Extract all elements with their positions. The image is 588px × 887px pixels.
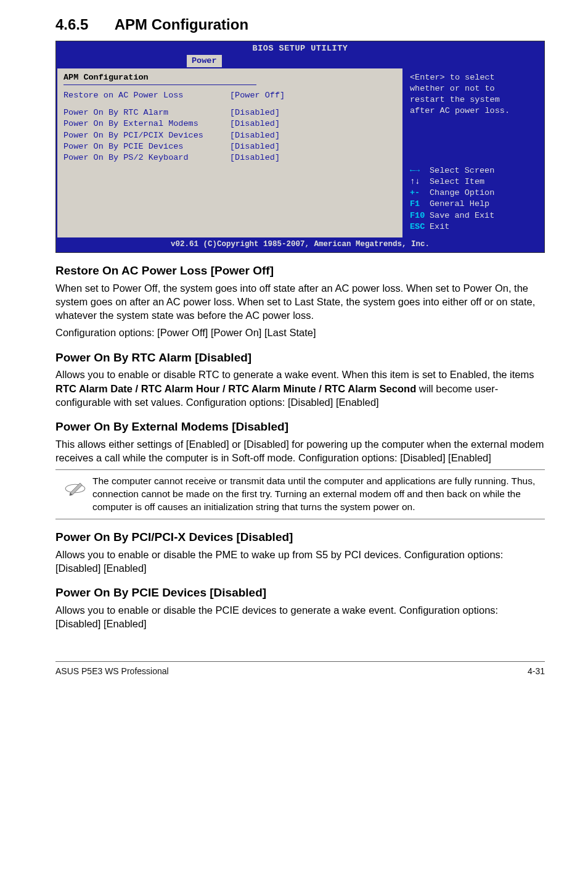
- bios-main-panel: APM Configuration Restore on AC Power Lo…: [57, 68, 402, 237]
- bios-nav-text: Exit: [430, 222, 449, 231]
- bios-row-label: Power On By PCI/PCIX Devices: [63, 130, 230, 141]
- bios-help-line: after AC power loss.: [410, 105, 538, 117]
- bios-help-line: restart the system: [410, 94, 538, 105]
- bios-row-value: [Disabled]: [230, 107, 396, 118]
- subheading-rtc: Power On By RTC Alarm [Disabled]: [55, 350, 545, 366]
- body-text-bold: RTC Alarm Date / RTC Alarm Hour / RTC Al…: [55, 383, 416, 394]
- bios-help-line: whether or not to: [410, 83, 538, 94]
- bios-row-value: [Disabled]: [230, 118, 396, 130]
- bios-copyright: v02.61 (C)Copyright 1985-2007, American …: [56, 239, 544, 252]
- f1-key-icon: F1: [410, 199, 430, 210]
- bios-nav-text: Save and Exit: [430, 211, 494, 220]
- arrow-ud-icon: ↑↓: [410, 176, 430, 188]
- bios-panel-heading: APM Configuration: [63, 72, 396, 83]
- section-heading: 4.6.5 APM Configuration: [55, 15, 545, 35]
- bios-row-value: [Power Off]: [230, 90, 396, 101]
- bios-row: Power On By External Modems [Disabled]: [63, 118, 396, 130]
- bios-row-value: [Disabled]: [230, 152, 396, 163]
- subheading-modem: Power On By External Modems [Disabled]: [55, 419, 545, 435]
- bios-row: Power On By PCI/PCIX Devices [Disabled]: [63, 130, 396, 141]
- subheading-restore: Restore On AC Power Loss [Power Off]: [55, 263, 545, 279]
- bios-nav-text: Select Screen: [430, 166, 494, 175]
- bios-help-line: <Enter> to select: [410, 72, 538, 83]
- body-text: Allows you to enable or disable RTC to g…: [55, 368, 545, 409]
- note-box: The computer cannot receive or transmit …: [55, 469, 545, 519]
- body-text: Allows you to enable or disable the PCIE…: [55, 603, 545, 631]
- f10-key-icon: F10: [410, 210, 430, 221]
- bios-row-label: Restore on AC Power Loss: [63, 90, 230, 101]
- bios-row: Restore on AC Power Loss [Power Off]: [63, 90, 396, 101]
- bios-help-panel: <Enter> to select whether or not to rest…: [404, 68, 544, 239]
- note-text: The computer cannot receive or transmit …: [92, 475, 542, 514]
- body-text: This allows either settings of [Enabled]…: [55, 437, 545, 465]
- bios-tab-power: Power: [187, 55, 222, 67]
- arrow-lr-icon: ←→: [410, 165, 430, 176]
- body-text: Allows you to enable or disable the PME …: [55, 548, 545, 576]
- bios-nav-text: Change Option: [430, 188, 494, 197]
- body-text: Configuration options: [Power Off] [Powe…: [55, 326, 545, 339]
- subheading-pcie: Power On By PCIE Devices [Disabled]: [55, 585, 545, 601]
- bios-row-label: Power On By RTC Alarm: [63, 107, 230, 118]
- footer-product: ASUS P5E3 WS Professional: [55, 666, 169, 677]
- bios-row-label: Power On By PS/2 Keyboard: [63, 152, 230, 163]
- page-footer: ASUS P5E3 WS Professional 4-31: [55, 661, 545, 677]
- bios-title: BIOS SETUP UTILITY: [253, 44, 348, 53]
- section-title: APM Configuration: [115, 16, 248, 33]
- section-number: 4.6.5: [55, 15, 111, 35]
- bios-row-value: [Disabled]: [230, 141, 396, 152]
- bios-nav-legend: ←→Select Screen ↑↓Select Item +-Change O…: [410, 165, 538, 233]
- body-text: When set to Power Off, the system goes i…: [55, 281, 545, 323]
- bios-row-value: [Disabled]: [230, 130, 396, 141]
- bios-row: Power On By PCIE Devices [Disabled]: [63, 141, 396, 152]
- subheading-pci: Power On By PCI/PCI-X Devices [Disabled]: [55, 529, 545, 545]
- body-text-span: Allows you to enable or disable RTC to g…: [55, 369, 534, 380]
- bios-row: Power On By PS/2 Keyboard [Disabled]: [63, 152, 396, 163]
- bios-row: Power On By RTC Alarm [Disabled]: [63, 107, 396, 118]
- footer-page-number: 4-31: [528, 666, 545, 677]
- pencil-note-icon: [58, 475, 92, 503]
- bios-row-label: Power On By External Modems: [63, 118, 230, 130]
- plusminus-icon: +-: [410, 188, 430, 199]
- bios-row-label: Power On By PCIE Devices: [63, 141, 230, 152]
- bios-nav-text: General Help: [430, 199, 489, 208]
- bios-nav-text: Select Item: [430, 177, 484, 186]
- esc-key-icon: ESC: [410, 221, 430, 233]
- bios-screenshot: BIOS SETUP UTILITY Power APM Configurati…: [55, 41, 545, 253]
